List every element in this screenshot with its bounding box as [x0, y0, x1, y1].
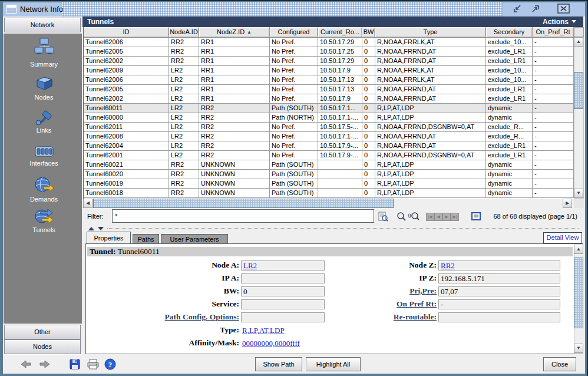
collapse-down-icon[interactable]	[98, 227, 104, 230]
close-button[interactable]: Close	[543, 357, 576, 371]
tab-user-parameters[interactable]: User Parameters	[161, 234, 228, 243]
tab-paths[interactable]: Paths	[133, 234, 159, 243]
cell: Path (SOUTH)	[270, 170, 318, 179]
field-label[interactable]: Re-routable:	[289, 312, 437, 322]
first-page-button[interactable]: |◀	[426, 213, 434, 221]
cell: Tunnel62005	[84, 47, 169, 56]
field-value[interactable]: 00000000,0000ffff	[242, 339, 300, 348]
print-icon[interactable]	[87, 358, 100, 372]
table-row[interactable]: Tunnel62005LR2RR1No Pref.10.50.17.130R,N…	[84, 85, 574, 94]
table-row[interactable]: Tunnel60019RR2UNKNOWNPath (SOUTH)0R,LP,A…	[84, 179, 574, 189]
cell: LR2	[169, 151, 199, 160]
maximize-window-button[interactable]	[530, 4, 541, 14]
highlight-all-button[interactable]: Highlight All	[306, 357, 361, 371]
table-vertical-scrollbar[interactable]: ▲ ▼	[574, 37, 584, 199]
field-label[interactable]: Path Config. Options:	[98, 312, 239, 322]
filter-input[interactable]	[112, 209, 374, 223]
cell: exclude_LR1	[486, 85, 533, 94]
sidebar-section-network[interactable]: Network	[4, 18, 81, 32]
sidebar-section-nodes[interactable]: Nodes	[4, 339, 81, 354]
column-header-NodeZ.ID[interactable]: NodeZ.ID▲	[199, 27, 270, 37]
column-header-Configured[interactable]: Configured	[270, 27, 318, 37]
actions-menu[interactable]: Actions	[543, 18, 576, 26]
cell: -	[533, 85, 574, 94]
column-header-Secondary[interactable]: Secondary	[486, 27, 533, 37]
table-row[interactable]: Tunnel62004LR2RR2No Pref.10.50.17.9-...0…	[84, 141, 574, 151]
zoom-icon[interactable]	[397, 212, 406, 223]
table-row[interactable]: Tunnel62009LR2RR1No Pref.10.50.17.90R,NO…	[84, 66, 574, 75]
props-scroll-down-button[interactable]: ▼	[574, 344, 583, 353]
column-header-Type[interactable]: Type	[375, 27, 486, 37]
field-value-box	[438, 312, 560, 322]
scrollbar-corner	[574, 199, 584, 208]
zoom-window-icon[interactable]	[408, 212, 419, 223]
show-path-button[interactable]: Show Path	[255, 357, 302, 371]
help-icon[interactable]: ?	[104, 358, 116, 372]
field-value[interactable]: RR2	[441, 261, 455, 270]
table-row[interactable]: Tunnel62002LR2RR1No Pref.10.50.17.90R,NO…	[84, 94, 574, 104]
scroll-left-button[interactable]: ◀	[83, 199, 93, 208]
sidebar-section-other[interactable]: Other	[4, 325, 81, 339]
cell: 0	[362, 66, 375, 75]
column-header-BW[interactable]: BW	[362, 27, 375, 37]
list-view-icon[interactable]	[471, 212, 481, 223]
save-icon[interactable]	[69, 358, 81, 372]
last-page-button[interactable]: ▶|	[451, 213, 459, 221]
table-row[interactable]: Tunnel60021RR2UNKNOWNPath (SOUTH)0R,LP,A…	[84, 160, 574, 170]
field-value[interactable]: LR2	[243, 261, 257, 270]
cell: Tunnel60018	[84, 189, 169, 197]
horizontal-scroll-thumb[interactable]	[93, 199, 394, 208]
props-scroll-up-button[interactable]: ▲	[574, 245, 583, 254]
collapse-up-icon[interactable]	[88, 227, 94, 230]
table-row[interactable]: Tunnel62001LR2RR2No Pref.10.50.17.9-...0…	[84, 151, 574, 160]
close-window-button[interactable]	[557, 4, 569, 14]
prev-page-button[interactable]: ◀	[434, 213, 442, 221]
tunnels-icon	[34, 206, 55, 227]
back-icon[interactable]	[19, 358, 32, 372]
table-row[interactable]: Tunnel62002RR2RR1No Pref.10.50.17.290R,N…	[84, 57, 574, 66]
scroll-right-button[interactable]: ▶	[563, 199, 572, 208]
vertical-scroll-thumb[interactable]	[574, 72, 583, 109]
cell	[318, 179, 362, 188]
cell: No Pref.	[270, 47, 318, 56]
cell: Tunnel62004	[84, 141, 169, 150]
split-divider[interactable]	[82, 225, 583, 232]
sort-ascending-icon: ▲	[247, 29, 252, 35]
table-row[interactable]: Tunnel62006RR2RR1No Pref.10.50.17.290R,N…	[84, 38, 574, 47]
scroll-up-button[interactable]: ▲	[574, 37, 583, 47]
table-row[interactable]: Tunnel62011LR2RR2No Pref.10.50.17.5-...0…	[84, 123, 574, 132]
table-row[interactable]: Tunnel62006LR2RR1No Pref.10.50.17.130R,N…	[84, 75, 574, 85]
table-horizontal-scrollbar[interactable]: ◀ ▶	[83, 199, 574, 208]
cell: -	[533, 151, 574, 160]
column-header-NodeA.ID[interactable]: NodeA.ID	[169, 27, 199, 37]
props-scroll-thumb[interactable]	[574, 258, 583, 328]
tab-properties[interactable]: Properties	[87, 232, 131, 243]
scroll-down-button[interactable]: ▼	[574, 189, 583, 198]
column-header-ID[interactable]: ID	[84, 27, 169, 37]
table-row[interactable]: Tunnel60020RR2UNKNOWNPath (SOUTH)0R,LP,A…	[84, 170, 574, 179]
table-row[interactable]: Tunnel60011LR2RR2Path (SOUTH)10.50.17.1.…	[84, 104, 574, 113]
table-row[interactable]: Tunnel60000LR2RR2Path (NORTH)10.50.17.1-…	[84, 113, 574, 123]
cell: Tunnel62009	[84, 66, 169, 75]
column-header-Current_Ro...[interactable]: Current_Ro...	[318, 27, 362, 37]
field-label: Node Z:	[289, 260, 437, 270]
table-row[interactable]: Tunnel60018RR2UNKNOWNPath (SOUTH)0R,LP,A…	[84, 189, 574, 198]
table-row[interactable]: Tunnel62008LR2RR2No Pref.10.50.17.1-...0…	[84, 132, 574, 141]
report-search-icon[interactable]	[378, 212, 388, 224]
properties-vertical-scrollbar[interactable]: ▲ ▼	[574, 245, 583, 354]
field-label[interactable]: On Pref Rt:	[289, 299, 437, 309]
table-row[interactable]: Tunnel62005RR2RR1No Pref.10.50.17.250R,N…	[84, 47, 574, 57]
divider-dots	[107, 228, 579, 229]
cell: R,NOAA,FRRND,AT	[375, 85, 486, 94]
column-header-On_Pref_Rt[interactable]: On_Pref_Rt	[533, 27, 574, 37]
title-bar[interactable]: Network Info	[3, 2, 585, 17]
field-value[interactable]: R,LP,AT,LDP	[242, 326, 285, 335]
field-label: Type:	[98, 325, 239, 335]
field-label[interactable]: Pri,Pre:	[289, 286, 437, 296]
cell: R,NOAA,FRRLK,AT	[375, 38, 486, 47]
forward-icon[interactable]	[38, 358, 51, 372]
cell: exclude_10...	[486, 38, 533, 47]
float-window-button[interactable]	[512, 4, 524, 14]
detail-view-button[interactable]: Detail View	[543, 232, 582, 243]
next-page-button[interactable]: ▶	[442, 213, 451, 221]
